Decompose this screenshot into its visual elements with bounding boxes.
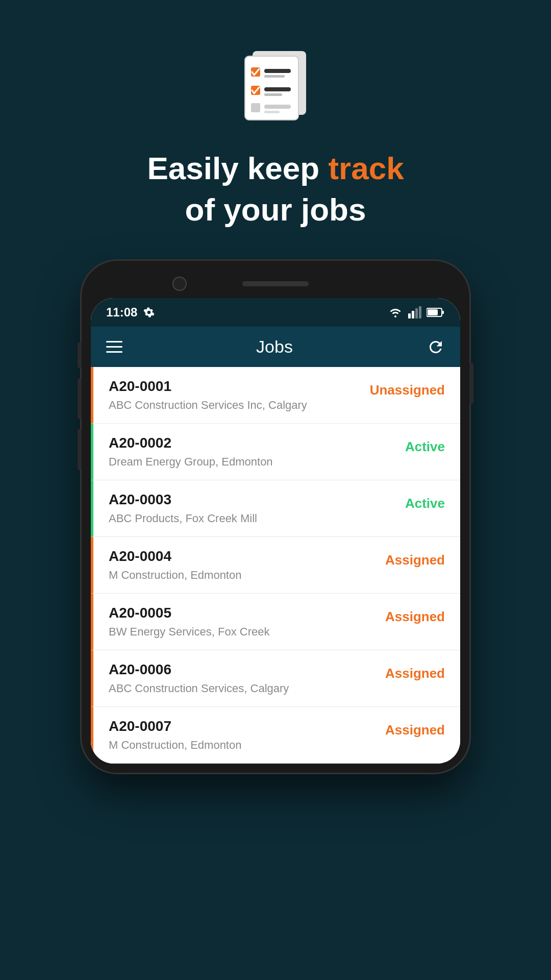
job-company: BW Energy Services, Fox Creek <box>109 625 269 639</box>
job-item-left: A20-0004 M Construction, Edmonton <box>109 548 241 582</box>
status-right <box>388 306 445 318</box>
svg-rect-3 <box>264 69 291 73</box>
job-company: ABC Construction Services, Calgary <box>109 682 289 695</box>
svg-rect-4 <box>264 75 285 78</box>
job-number: A20-0004 <box>109 548 241 565</box>
signal-icon <box>408 306 421 318</box>
hamburger-line-3 <box>106 351 122 353</box>
hamburger-line-1 <box>106 341 122 342</box>
job-status: Assigned <box>385 607 445 625</box>
job-company: ABC Products, Fox Creek Mill <box>109 512 257 525</box>
svg-rect-16 <box>442 311 444 314</box>
checklist-icon <box>235 41 316 122</box>
wifi-icon <box>388 306 403 318</box>
phone-camera <box>172 277 187 291</box>
status-left: 11:08 <box>106 305 156 320</box>
job-item[interactable]: A20-0003 ABC Products, Fox Creek Mill Ac… <box>91 480 460 537</box>
phone-outer: 11:08 <box>82 261 469 773</box>
app-bar: Jobs <box>91 327 460 367</box>
svg-rect-9 <box>264 105 291 109</box>
job-status: Active <box>405 494 445 511</box>
job-item[interactable]: A20-0002 Dream Energy Group, Edmonton Ac… <box>91 424 460 480</box>
gear-icon <box>142 306 156 319</box>
job-company: M Construction, Edmonton <box>109 569 241 582</box>
svg-rect-10 <box>264 111 280 113</box>
job-company: ABC Construction Services Inc, Calgary <box>109 399 307 412</box>
job-status: Unassigned <box>370 380 445 398</box>
hero-title: Easily keep track of your jobs <box>147 148 404 230</box>
svg-rect-17 <box>428 309 438 315</box>
job-item[interactable]: A20-0001 ABC Construction Services Inc, … <box>91 367 460 424</box>
battery-icon <box>427 306 445 318</box>
job-item-left: A20-0005 BW Energy Services, Fox Creek <box>109 605 269 639</box>
job-number: A20-0007 <box>109 718 241 734</box>
job-number: A20-0003 <box>109 492 257 508</box>
hero-title-highlight: track <box>328 151 404 186</box>
refresh-icon[interactable] <box>427 338 445 356</box>
svg-rect-8 <box>251 103 260 112</box>
phone-screen: 11:08 <box>91 298 460 764</box>
hero-title-part2: of your jobs <box>185 192 366 227</box>
phone-wrapper: 11:08 <box>82 261 469 773</box>
status-bar: 11:08 <box>91 298 460 327</box>
job-number: A20-0002 <box>109 435 273 451</box>
svg-rect-6 <box>264 87 291 91</box>
phone-camera-area <box>91 270 460 298</box>
phone-power-button <box>469 363 473 404</box>
phone-volume-up-button <box>78 342 82 368</box>
phone-volume-down-button <box>78 378 82 419</box>
svg-rect-12 <box>412 311 414 318</box>
job-status: Assigned <box>385 720 445 738</box>
job-number: A20-0001 <box>109 378 307 395</box>
status-time: 11:08 <box>106 305 137 320</box>
svg-rect-11 <box>408 313 411 318</box>
job-item-left: A20-0003 ABC Products, Fox Creek Mill <box>109 492 257 525</box>
jobs-list: A20-0001 ABC Construction Services Inc, … <box>91 367 460 764</box>
app-title: Jobs <box>256 337 293 357</box>
job-number: A20-0006 <box>109 662 289 678</box>
job-item-left: A20-0007 M Construction, Edmonton <box>109 718 241 752</box>
phone-silent-button <box>78 429 82 470</box>
job-item-left: A20-0006 ABC Construction Services, Calg… <box>109 662 289 695</box>
svg-rect-7 <box>264 93 282 96</box>
hero-title-part1: Easily keep <box>147 151 328 186</box>
job-item-left: A20-0001 ABC Construction Services Inc, … <box>109 378 307 412</box>
job-item[interactable]: A20-0005 BW Energy Services, Fox Creek A… <box>91 594 460 650</box>
job-status: Assigned <box>385 550 445 568</box>
job-number: A20-0005 <box>109 605 269 621</box>
svg-rect-14 <box>419 306 421 318</box>
hamburger-line-2 <box>106 346 122 348</box>
job-item[interactable]: A20-0004 M Construction, Edmonton Assign… <box>91 537 460 594</box>
job-status: Active <box>405 437 445 455</box>
hero-section: Easily keep track of your jobs <box>147 0 404 256</box>
job-status: Assigned <box>385 664 445 681</box>
svg-rect-13 <box>415 308 418 318</box>
job-company: M Construction, Edmonton <box>109 739 241 752</box>
job-company: Dream Energy Group, Edmonton <box>109 455 273 469</box>
job-item-left: A20-0002 Dream Energy Group, Edmonton <box>109 435 273 469</box>
phone-speaker <box>242 281 309 286</box>
job-item[interactable]: A20-0006 ABC Construction Services, Calg… <box>91 650 460 707</box>
hamburger-button[interactable] <box>106 341 122 353</box>
job-item[interactable]: A20-0007 M Construction, Edmonton Assign… <box>91 707 460 764</box>
